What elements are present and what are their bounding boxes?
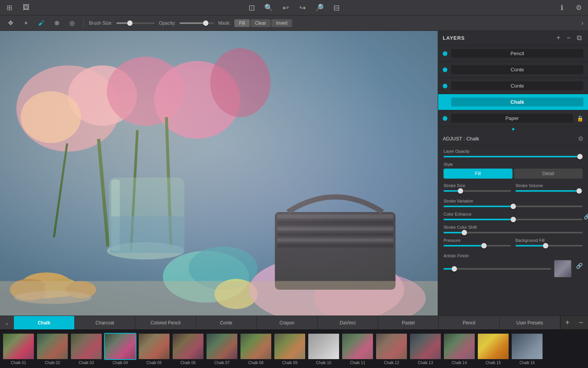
bg-fill-col: Background Fill	[516, 238, 583, 249]
redo-icon[interactable]: ↪	[297, 2, 308, 13]
layer-item-conte1[interactable]: Conte	[438, 62, 588, 78]
undo-icon[interactable]: ↩	[280, 2, 291, 13]
color-enhance-slider[interactable]	[444, 219, 583, 220]
brush-item-chalk-12[interactable]: Chalk 12	[375, 332, 408, 366]
artistic-finish-controls: 🔗	[444, 260, 583, 277]
brush-item-chalk-13[interactable]: Chalk 13	[408, 332, 442, 366]
paint-brush-icon[interactable]: 🖌	[35, 17, 47, 29]
tab-pencil[interactable]: Pencil	[439, 316, 500, 330]
brush-label-chalk-10: Chalk 10	[307, 361, 340, 365]
add-layer-button[interactable]: +	[555, 34, 562, 42]
stroke-variation-row: Stroke Variation	[444, 199, 583, 207]
layer-name-chalk: Chalk	[451, 98, 583, 106]
layer-dot-ind	[512, 128, 514, 130]
layer-item-paper[interactable]: Paper 🔒	[438, 110, 588, 127]
brush-item-chalk-04[interactable]: Chalk 04	[103, 332, 137, 366]
stroke-size-volume-row: Stroke Size Stroke Volume	[444, 183, 583, 194]
brush-item-chalk-09[interactable]: Chalk 09	[273, 332, 307, 366]
brush-thumb-chalk-02	[36, 333, 69, 360]
tab-conte[interactable]: Conte	[196, 316, 257, 330]
stroke-color-shift-slider[interactable]	[444, 232, 583, 233]
brush-item-chalk-07[interactable]: Chalk 07	[205, 332, 239, 366]
share-icon[interactable]: ⊟	[331, 2, 342, 13]
style-fill-button[interactable]: Fill	[444, 169, 512, 179]
pressure-col: Pressure	[444, 238, 511, 249]
remove-layer-button[interactable]: −	[565, 34, 572, 42]
brush-item-chalk-14[interactable]: Chalk 14	[442, 332, 476, 366]
layer-item-chalk[interactable]: Chalk	[438, 94, 588, 110]
layer-lock-icon: 🔒	[577, 115, 583, 122]
file-new-icon[interactable]: ⊞	[4, 2, 15, 13]
canvas-area[interactable]	[0, 31, 438, 316]
artistic-finish-slider[interactable]	[444, 268, 551, 270]
add-preset-button[interactable]: +	[560, 316, 574, 330]
zoom-fit-icon[interactable]: 🔍	[263, 2, 274, 13]
tab-charcoal[interactable]: Charcoal	[75, 316, 136, 330]
bg-fill-slider[interactable]	[516, 245, 583, 246]
adjust-settings-icon[interactable]: ⚙	[578, 135, 583, 142]
brush-item-chalk-10[interactable]: Chalk 10	[307, 332, 341, 366]
eyedropper-icon[interactable]: ⌖	[20, 17, 32, 29]
eraser-tool-icon[interactable]: ◎	[66, 17, 78, 29]
photo-import-icon[interactable]: 🖼	[21, 2, 32, 13]
smudge-tool-icon[interactable]: ⊗	[51, 17, 62, 29]
brush-item-chalk-01[interactable]: Chalk 01	[2, 332, 35, 366]
opacity-slider[interactable]	[180, 22, 214, 24]
tab-pastel[interactable]: Pastel	[378, 316, 439, 330]
toolbar-expand-button[interactable]: ›	[581, 20, 583, 27]
brush-item-chalk-08[interactable]: Chalk 08	[239, 332, 273, 366]
brush-item-chalk-05[interactable]: Chalk 05	[137, 332, 171, 366]
brush-item-chalk-06[interactable]: Chalk 06	[171, 332, 205, 366]
remove-preset-button[interactable]: −	[574, 316, 588, 330]
artistic-finish-thumbnail[interactable]	[554, 260, 571, 277]
color-enhance-link-icon[interactable]: 🔗	[584, 213, 588, 219]
adjust-title: ADJUST : Chalk	[443, 136, 575, 142]
tab-davinci[interactable]: DaVinci	[318, 316, 378, 330]
settings-icon[interactable]: ⚙	[573, 2, 584, 13]
brush-size-slider[interactable]	[116, 22, 155, 24]
info-icon[interactable]: ℹ	[556, 2, 567, 13]
brush-label-chalk-06: Chalk 06	[172, 361, 204, 365]
crop-icon[interactable]: ⊡	[246, 2, 257, 13]
brush-item-chalk-03[interactable]: Chalk 03	[69, 332, 103, 366]
tab-crayon[interactable]: Crayon	[257, 316, 318, 330]
stroke-size-slider[interactable]	[444, 190, 511, 192]
copy-layer-button[interactable]: ⧉	[575, 34, 583, 42]
adjust-section: Layer Opacity Style Fill Detail Stroke S…	[438, 146, 588, 316]
pressure-slider[interactable]	[444, 245, 511, 246]
brush-label-chalk-04: Chalk 04	[104, 361, 136, 365]
mask-invert-button[interactable]: Invert	[271, 19, 292, 27]
mask-fill-button[interactable]: Fill	[234, 19, 249, 27]
tab-chalk[interactable]: Chalk	[14, 316, 75, 330]
layers-title: LAYERS	[443, 35, 552, 41]
style-detail-button[interactable]: Detail	[514, 169, 583, 179]
tabs-expand-button[interactable]: ⌄	[0, 316, 14, 330]
brush-item-chalk-02[interactable]: Chalk 02	[35, 332, 69, 366]
layer-opacity-slider[interactable]	[444, 156, 583, 157]
stroke-color-shift-row: Stroke Color Shift	[444, 225, 583, 233]
layer-dot-chalk	[443, 100, 447, 105]
brush-item-chalk-16[interactable]: Chalk 16	[510, 332, 544, 366]
brush-label-chalk-01: Chalk 01	[2, 361, 35, 365]
layer-item-pencil[interactable]: Pencil	[438, 46, 588, 62]
brush-thumb-chalk-16	[511, 333, 543, 360]
layer-item-conte2[interactable]: Conte	[438, 78, 588, 94]
brush-label-chalk-15: Chalk 15	[477, 361, 509, 365]
brush-item-chalk-15[interactable]: Chalk 15	[476, 332, 510, 366]
brush-thumb-chalk-12	[375, 333, 408, 360]
tab-colored-pencil[interactable]: Colored Pencil	[135, 316, 196, 330]
stroke-volume-slider[interactable]	[516, 190, 583, 192]
brush-item-chalk-11[interactable]: Chalk 11	[341, 332, 375, 366]
brush-label-chalk-14: Chalk 14	[443, 361, 475, 365]
layer-dot-conte1	[443, 68, 447, 72]
tab-user-presets[interactable]: User Presets	[500, 316, 561, 330]
mask-clear-button[interactable]: Clear	[250, 19, 271, 27]
stroke-variation-slider[interactable]	[444, 206, 583, 207]
brush-label-chalk-09: Chalk 09	[274, 361, 306, 365]
zoom-out-icon[interactable]: 🔎	[314, 2, 325, 13]
brush-thumb-chalk-09	[274, 333, 306, 360]
opacity-label: Opacity:	[159, 20, 176, 26]
artistic-finish-link-icon[interactable]: 🔗	[576, 263, 583, 269]
painting-canvas[interactable]	[0, 31, 438, 316]
move-tool-icon[interactable]: ✥	[5, 17, 16, 29]
